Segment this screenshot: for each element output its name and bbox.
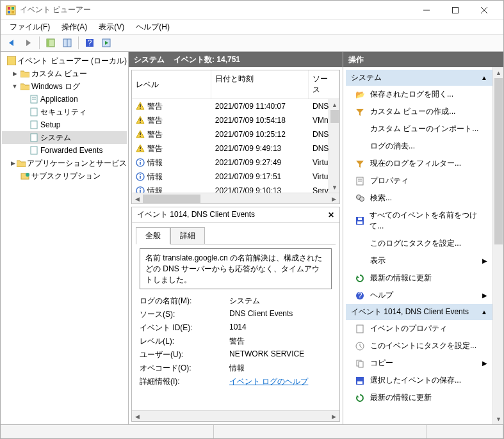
col-date[interactable]: 日付と時刻	[211, 70, 309, 99]
svg-rect-35	[140, 162, 141, 165]
tree-system[interactable]: システム	[2, 131, 127, 144]
preview-button[interactable]	[99, 36, 113, 50]
tree-forwarded[interactable]: Forwarded Events	[2, 144, 127, 157]
action-section-event[interactable]: イベント 1014, DNS Client Events▲	[346, 304, 492, 320]
info-icon	[136, 172, 145, 181]
scroll-right-icon[interactable]: ▶	[329, 193, 339, 204]
minimize-button[interactable]	[412, 1, 441, 19]
action-copy-submenu[interactable]: コピー▶	[346, 355, 492, 372]
collapse-icon[interactable]: ▲	[481, 74, 487, 81]
cell-date: 2021/07/09 9:49:13	[211, 144, 309, 153]
horizontal-scrollbar[interactable]: ◀ ▶	[132, 193, 339, 204]
horizontal-scrollbar[interactable]: ◀ ▶	[132, 410, 339, 421]
action-find[interactable]: 検索...	[346, 189, 492, 207]
actions-pane: 操作 システム▲ 📂保存されたログを開く... カスタム ビューの作成... カ…	[343, 52, 503, 424]
action-refresh[interactable]: 最新の情報に更新	[346, 269, 492, 287]
statusbar	[1, 424, 503, 438]
scroll-down-icon[interactable]: ▼	[493, 413, 503, 424]
action-filter-log[interactable]: 現在のログをフィルター...	[346, 155, 492, 172]
menu-help[interactable]: ヘルプ(H)	[131, 20, 175, 34]
list-body[interactable]: 警告2021/07/09 11:40:07DNS 警告2021/07/09 10…	[132, 99, 339, 193]
action-save-selected[interactable]: 選択したイベントの保存...	[346, 372, 492, 389]
event-log-help-link[interactable]: イベント ログのヘルプ	[229, 377, 308, 386]
svg-rect-22	[31, 134, 37, 141]
task-icon	[355, 341, 365, 351]
scroll-thumb[interactable]	[494, 78, 503, 244]
scroll-right-icon[interactable]: ▶	[329, 411, 339, 422]
help-button[interactable]: ?	[83, 36, 97, 50]
save-icon	[355, 216, 364, 226]
tree-custom-views[interactable]: ▶ カスタム ビュー	[2, 67, 127, 80]
maximize-button[interactable]	[441, 1, 469, 19]
panes-button[interactable]	[60, 36, 74, 50]
scroll-left-icon[interactable]: ◀	[132, 411, 143, 422]
action-event-attach-task[interactable]: このイベントにタスクを設定...	[346, 337, 492, 355]
expander-icon[interactable]: ▶	[11, 70, 19, 77]
copy-icon	[355, 358, 365, 369]
tree-root[interactable]: イベント ビューアー (ローカル)	[2, 54, 127, 67]
table-row[interactable]: 情報2021/07/09 9:27:49Virtu	[132, 156, 339, 170]
prop-label: イベント ID(E):	[140, 323, 229, 333]
info-icon	[136, 186, 145, 193]
table-row[interactable]: 情報2021/07/09 9:17:51Virtu	[132, 170, 339, 184]
tree-label: アプリケーションとサービス ログ	[27, 158, 129, 169]
action-save-all-events[interactable]: すべてのイベントを名前をつけて...	[346, 207, 492, 235]
refresh-icon	[355, 273, 365, 283]
vertical-scrollbar[interactable]: ▲ ▼	[329, 99, 339, 193]
expander-icon[interactable]: ▶	[11, 160, 15, 166]
tree-windows-logs[interactable]: ▼ Windows ログ	[2, 80, 127, 93]
scroll-down-icon[interactable]: ▼	[329, 182, 339, 193]
table-row[interactable]: 警告2021/07/09 10:25:12DNS	[132, 127, 339, 141]
col-source[interactable]: ソース	[309, 70, 339, 99]
tree-app-services[interactable]: ▶ アプリケーションとサービス ログ	[2, 157, 127, 170]
menu-view[interactable]: 表示(V)	[93, 20, 129, 34]
action-clear-log[interactable]: ログの消去...	[346, 138, 492, 155]
scroll-left-icon[interactable]: ◀	[132, 193, 143, 204]
search-icon	[355, 193, 365, 204]
col-level[interactable]: レベル	[132, 70, 211, 99]
table-row[interactable]: 警告2021/07/09 10:54:18VMn	[132, 113, 339, 127]
action-open-saved-log[interactable]: 📂保存されたログを開く...	[346, 86, 492, 103]
action-event-properties[interactable]: イベントのプロパティ	[346, 320, 492, 337]
scroll-up-icon[interactable]: ▲	[493, 67, 503, 78]
action-properties[interactable]: プロパティ	[346, 172, 492, 189]
close-detail-button[interactable]: ✕	[328, 211, 334, 219]
warning-icon	[136, 130, 145, 139]
action-section-system[interactable]: システム▲	[346, 70, 492, 86]
tree-application[interactable]: Application	[2, 93, 127, 106]
tree-pane[interactable]: イベント ビューアー (ローカル) ▶ カスタム ビュー ▼ Windows ロ…	[1, 52, 129, 424]
back-button[interactable]	[4, 36, 19, 50]
titlebar: イベント ビューアー	[1, 1, 503, 20]
tree-subscriptions[interactable]: サブスクリプション	[2, 170, 127, 182]
event-count: イベント数: 14,751	[174, 54, 240, 65]
tree-setup[interactable]: Setup	[2, 118, 127, 131]
scroll-up-icon[interactable]: ▲	[329, 99, 339, 110]
menu-action[interactable]: 操作(A)	[56, 20, 92, 34]
close-button[interactable]	[469, 1, 498, 19]
expander-icon[interactable]: ▼	[11, 83, 19, 90]
scroll-thumb[interactable]	[330, 110, 339, 123]
action-attach-task[interactable]: このログにタスクを設定...	[346, 235, 492, 252]
table-row[interactable]: 情報2021/07/09 9:10:13Servi	[132, 184, 339, 193]
prop-value: DNS Client Events	[229, 309, 332, 320]
prop-value: システム	[229, 296, 332, 307]
menu-file[interactable]: ファイル(F)	[4, 20, 55, 34]
forward-button[interactable]	[21, 36, 35, 50]
action-refresh-event[interactable]: 最新の情報に更新	[346, 389, 492, 406]
scroll-thumb[interactable]	[143, 195, 200, 203]
table-row[interactable]: 警告2021/07/09 9:49:13DNS	[132, 141, 339, 156]
collapse-icon[interactable]: ▲	[481, 308, 487, 315]
tab-detail[interactable]: 詳細	[170, 227, 205, 244]
status-cell	[1, 425, 214, 438]
action-import-custom-view[interactable]: カスタム ビューのインポート...	[346, 120, 492, 138]
action-help-submenu[interactable]: ?ヘルプ▶	[346, 287, 492, 304]
tree-security[interactable]: セキュリティ	[2, 106, 127, 118]
show-tree-button[interactable]	[44, 36, 58, 50]
tab-general[interactable]: 全般	[136, 227, 170, 244]
table-row[interactable]: 警告2021/07/09 11:40:07DNS	[132, 99, 339, 113]
action-view-submenu[interactable]: 表示▶	[346, 252, 492, 269]
vertical-scrollbar[interactable]: ▲ ▼	[492, 67, 503, 424]
properties-icon	[355, 324, 365, 334]
detail-content: 名前 translate.google.cn の名前解決は、構成されたどの DN…	[136, 244, 336, 406]
action-create-custom-view[interactable]: カスタム ビューの作成...	[346, 103, 492, 120]
